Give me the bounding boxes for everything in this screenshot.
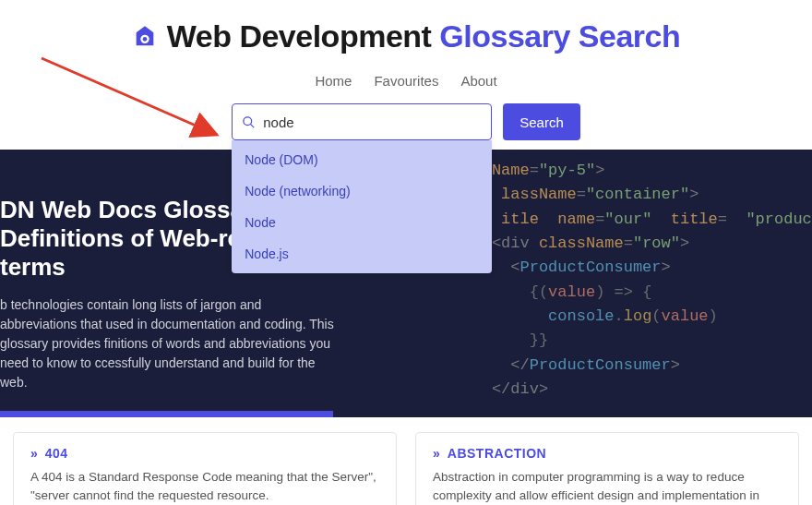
code-background: Name="py-5"> lassName="container"> itle … [492,159,812,402]
chevron-icon: » [433,446,440,461]
chevron-icon: » [30,446,38,461]
glossary-cards: » 404 A 404 is a Standard Response Code … [0,417,812,505]
nav-favourites[interactable]: Favourites [374,73,438,89]
search-box[interactable] [232,103,492,140]
suggestion-item[interactable]: Node (networking) [232,175,492,207]
site-logo [132,24,158,50]
autocomplete-dropdown: Node (DOM) Node (networking) Node Node.j… [232,140,492,273]
card-description: Abstraction in computer programming is a… [433,468,782,504]
svg-point-1 [142,37,147,42]
search-icon [242,115,256,129]
hero-description: b technologies contain long lists of jar… [0,295,341,392]
glossary-card[interactable]: » ABSTRACTION Abstraction in computer pr… [415,432,799,505]
svg-line-3 [251,124,255,127]
card-title: ABSTRACTION [448,446,546,461]
nav-about[interactable]: About [460,73,496,89]
page-title: Web Development Glossary Search [167,18,680,54]
suggestion-item[interactable]: Node.js [232,238,492,270]
glossary-card[interactable]: » 404 A 404 is a Standard Response Code … [13,432,397,505]
mdn-source-button[interactable]: EE THE ORIGINAL GLOSSARY SOURCE ON MDN → [0,411,333,417]
card-description: A 404 is a Standard Response Code meanin… [30,468,379,504]
main-nav: Home Favourites About [0,62,812,103]
search-button[interactable]: Search [503,103,580,140]
search-input[interactable] [263,114,482,130]
suggestion-item[interactable]: Node (DOM) [232,144,492,175]
title-main: Web Development [167,18,440,54]
svg-point-2 [244,116,252,125]
suggestion-item[interactable]: Node [232,207,492,238]
nav-home[interactable]: Home [315,73,352,89]
card-title: 404 [45,446,68,461]
title-accent: Glossary Search [439,18,680,54]
